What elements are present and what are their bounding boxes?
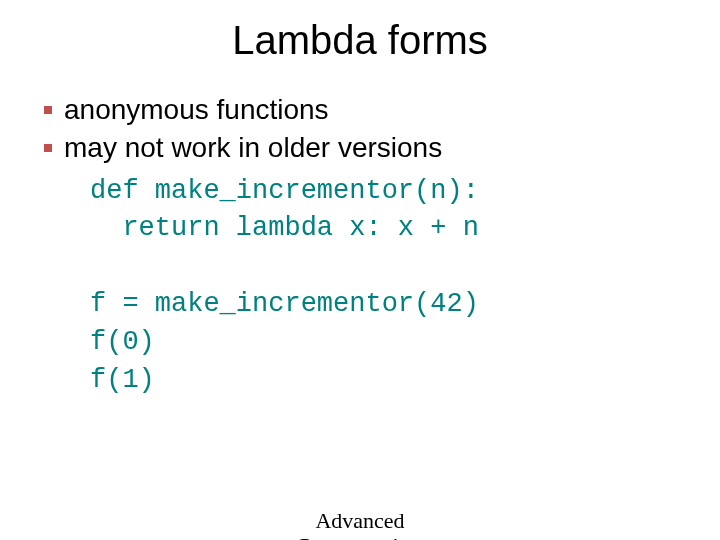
list-item: anonymous functions — [40, 91, 680, 129]
slide-title: Lambda forms — [0, 18, 720, 63]
bullet-list: anonymous functions may not work in olde… — [40, 91, 680, 167]
code-block: def make_incrementor(n): return lambda x… — [90, 173, 680, 400]
footer-line-1: Advanced — [315, 508, 404, 533]
list-item: may not work in older versions — [40, 129, 680, 167]
bullet-text: anonymous functions — [64, 94, 329, 125]
slide-content: anonymous functions may not work in olde… — [0, 91, 720, 399]
slide-footer: Advanced Programming — [0, 508, 720, 540]
footer-line-2: Programming — [300, 533, 421, 540]
bullet-text: may not work in older versions — [64, 132, 442, 163]
slide: Lambda forms anonymous functions may not… — [0, 18, 720, 540]
